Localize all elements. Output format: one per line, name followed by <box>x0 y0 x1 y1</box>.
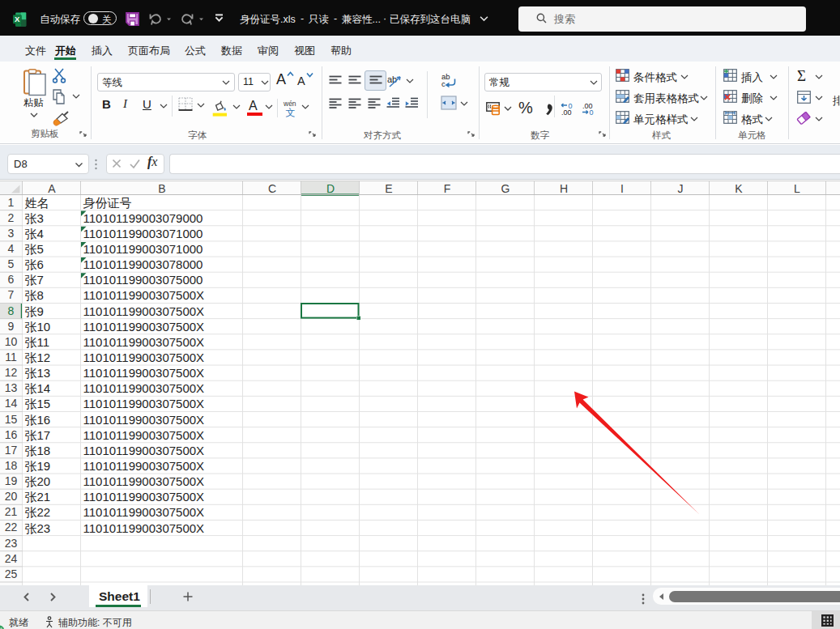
svg-text:0: 0 <box>590 108 594 116</box>
svg-text:2: 2 <box>8 211 15 224</box>
svg-text:10: 10 <box>5 335 18 348</box>
svg-text:姓名: 姓名 <box>25 196 49 210</box>
svg-text:11010119900307500X: 11010119900307500X <box>83 474 205 488</box>
svg-text:11010119900307500X: 11010119900307500X <box>83 397 205 410</box>
svg-text:张20: 张20 <box>25 474 51 488</box>
svg-text:110101199003079000: 110101199003079000 <box>83 211 203 225</box>
svg-text:24: 24 <box>5 552 18 565</box>
svg-text:张3: 张3 <box>25 211 44 225</box>
svg-text:张8: 张8 <box>25 288 44 302</box>
svg-text:8: 8 <box>8 304 15 317</box>
svg-text:张13: 张13 <box>25 366 51 380</box>
svg-text:J: J <box>678 182 684 195</box>
svg-text:身份证号: 身份证号 <box>83 196 132 210</box>
svg-text:11010119900307500X: 11010119900307500X <box>83 288 205 302</box>
svg-text:14: 14 <box>5 397 18 410</box>
svg-text:L: L <box>794 182 800 195</box>
svg-text:20: 20 <box>5 490 18 503</box>
svg-text:张11: 张11 <box>25 335 50 349</box>
svg-text:9: 9 <box>8 320 15 333</box>
svg-text:.00: .00 <box>561 108 572 116</box>
svg-text:110101199003071000: 110101199003071000 <box>83 242 203 256</box>
svg-text:ab: ab <box>387 74 397 84</box>
svg-text:X: X <box>15 15 20 23</box>
svg-text:5: 5 <box>8 257 15 270</box>
svg-text:25: 25 <box>5 567 18 580</box>
svg-text:1: 1 <box>8 196 15 209</box>
svg-text:11010119900307500X: 11010119900307500X <box>83 413 205 427</box>
svg-text:11010119900307500X: 11010119900307500X <box>83 521 205 535</box>
svg-text:11010119900307500X: 11010119900307500X <box>83 459 205 473</box>
svg-text:张9: 张9 <box>25 304 44 318</box>
svg-text:张10: 张10 <box>25 320 51 334</box>
svg-text:3: 3 <box>8 227 15 240</box>
svg-text:11010119900307500X: 11010119900307500X <box>83 428 205 442</box>
svg-text:文: 文 <box>286 107 296 117</box>
svg-text:16: 16 <box>5 428 18 441</box>
svg-text:11010119900307500X: 11010119900307500X <box>83 335 205 349</box>
svg-text:6: 6 <box>8 273 15 286</box>
svg-text:张17: 张17 <box>25 428 51 442</box>
svg-text:张23: 张23 <box>25 521 51 535</box>
svg-text:张19: 张19 <box>25 459 51 473</box>
svg-text:张4: 张4 <box>25 227 44 240</box>
svg-text:K: K <box>735 182 743 195</box>
svg-text:11010119900307500X: 11010119900307500X <box>83 304 205 318</box>
svg-text:11: 11 <box>5 351 17 363</box>
svg-text:张6: 张6 <box>25 257 44 271</box>
svg-text:11010119900307500X: 11010119900307500X <box>83 490 205 504</box>
svg-text:110101199003071000: 110101199003071000 <box>83 227 203 240</box>
svg-text:B: B <box>158 182 165 195</box>
svg-text:张18: 张18 <box>25 444 51 457</box>
svg-text:E: E <box>385 182 392 195</box>
svg-text:张15: 张15 <box>25 397 51 410</box>
svg-text:19: 19 <box>5 474 18 487</box>
svg-text:张16: 张16 <box>25 413 51 427</box>
svg-text:张21: 张21 <box>25 490 51 504</box>
svg-text:11010119900307500X: 11010119900307500X <box>83 366 205 380</box>
svg-text:F: F <box>444 182 451 195</box>
svg-text:110101199003075000: 110101199003075000 <box>83 273 203 287</box>
svg-text:11010119900307500X: 11010119900307500X <box>83 444 205 457</box>
svg-text:C: C <box>268 182 276 195</box>
svg-text:21: 21 <box>5 505 18 518</box>
svg-text:15: 15 <box>5 413 18 426</box>
svg-text:张22: 张22 <box>25 505 51 519</box>
svg-text:7: 7 <box>8 288 15 301</box>
svg-text:4: 4 <box>8 242 15 255</box>
svg-text:张7: 张7 <box>25 273 44 287</box>
svg-text:11010119900307500X: 11010119900307500X <box>83 505 205 519</box>
svg-text:17: 17 <box>5 444 18 457</box>
svg-text:11010119900307500X: 11010119900307500X <box>83 351 205 364</box>
svg-text:I: I <box>620 182 624 195</box>
svg-text:18: 18 <box>5 459 18 472</box>
svg-text:23: 23 <box>5 537 18 550</box>
svg-text:13: 13 <box>5 381 18 394</box>
svg-text:A: A <box>48 182 56 195</box>
svg-text:110101199003078000: 110101199003078000 <box>83 257 203 271</box>
svg-text:11010119900307500X: 11010119900307500X <box>83 381 205 395</box>
svg-text:12: 12 <box>5 366 18 379</box>
svg-text:22: 22 <box>5 521 18 533</box>
svg-text:张12: 张12 <box>25 351 51 364</box>
svg-text:11010119900307500X: 11010119900307500X <box>83 320 205 334</box>
svg-text:G: G <box>501 182 510 195</box>
svg-text:张5: 张5 <box>25 242 44 256</box>
svg-text:c: c <box>441 79 446 88</box>
svg-text:D: D <box>326 182 335 195</box>
svg-text:H: H <box>560 182 568 195</box>
svg-text:张14: 张14 <box>25 381 51 395</box>
